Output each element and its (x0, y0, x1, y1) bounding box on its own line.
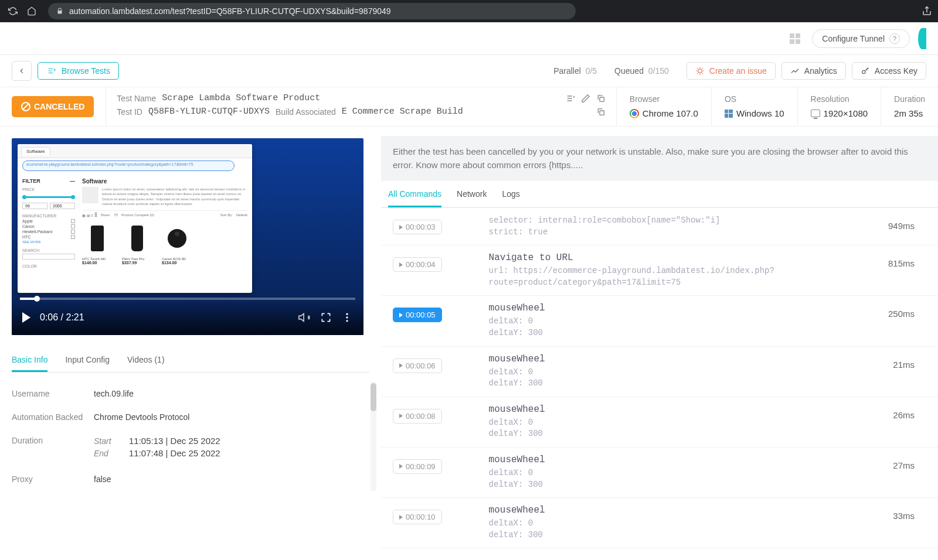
cancel-icon (21, 102, 30, 111)
play-button[interactable] (22, 312, 30, 323)
list-icon[interactable] (566, 94, 575, 103)
basic-info-panel: Usernametech.09.life Automation BackedCh… (12, 382, 369, 491)
test-id-label: Test ID (117, 107, 142, 117)
more-icon[interactable] (341, 312, 353, 323)
command-row[interactable]: 00:00:05mouseWheeldeltaX: 0 deltaY: 3002… (381, 296, 938, 346)
command-duration: 27ms (893, 455, 915, 470)
timestamp-pill[interactable]: 00:00:08 (393, 409, 442, 424)
env-browser: Browser Chrome 107.0 (617, 87, 712, 126)
address-bar[interactable]: automation.lambdatest.com/test?testID=Q5… (48, 3, 576, 19)
timestamp-pill[interactable]: 00:00:03 (393, 220, 442, 234)
fullscreen-icon[interactable] (320, 312, 332, 323)
command-details: selector: internal:role=combobox[name="S… (489, 215, 721, 238)
copy-icon[interactable] (596, 94, 606, 103)
command-details: deltaX: 0 deltaY: 300 (489, 367, 545, 390)
command-row[interactable]: 00:00:04Navigate to URLurl: https://ecom… (381, 245, 938, 296)
tab-videos[interactable]: Videos (1) (127, 349, 165, 372)
parallel-counter: Parallel 0/5 (553, 66, 597, 76)
configure-tunnel-label: Configure Tunnel (822, 34, 885, 43)
toolbar: Browse Tests Parallel 0/5 Queued 0/150 C… (0, 55, 938, 87)
command-row[interactable]: 00:00:08mouseWheeldeltaX: 0 deltaY: 3002… (381, 397, 938, 448)
command-row[interactable]: 00:00:09mouseWheeldeltaX: 0 deltaY: 3002… (381, 448, 938, 498)
tab-input-config[interactable]: Input Config (65, 349, 110, 372)
svg-point-0 (698, 69, 702, 73)
tab-all-commands[interactable]: All Commands (388, 189, 441, 207)
command-tabs: All Commands Network Logs (381, 181, 938, 208)
copy-icon[interactable] (596, 107, 606, 117)
svg-rect-2 (600, 97, 604, 101)
reload-icon[interactable] (6, 4, 20, 18)
timestamp-pill[interactable]: 00:00:09 (393, 459, 442, 474)
svg-point-1 (862, 70, 865, 73)
avatar[interactable] (918, 28, 926, 49)
test-name: Scrape Lambda Software Product (162, 93, 320, 103)
command-details: deltaX: 0 deltaY: 300 (489, 316, 545, 339)
command-details: url: https://ecommerce-playground.lambda… (489, 265, 888, 288)
command-row[interactable]: 00:00:10mouseWheeldeltaX: 0 deltaY: 3003… (381, 498, 938, 548)
timestamp-pill[interactable]: 00:00:05 (393, 308, 442, 322)
scrollbar[interactable] (371, 382, 376, 491)
tab-network[interactable]: Network (457, 189, 487, 207)
product-card: HTC Touch HD$146.00 (82, 221, 113, 265)
tab-basic-info[interactable]: Basic Info (12, 349, 47, 372)
command-duration: 250ms (888, 303, 915, 319)
command-title: mouseWheel (489, 455, 545, 465)
create-issue-button[interactable]: Create an issue (686, 62, 776, 80)
access-key-button[interactable]: Access Key (852, 62, 926, 80)
command-duration: 26ms (893, 404, 915, 420)
command-duration: 815ms (888, 252, 915, 268)
timestamp-pill[interactable]: 00:00:06 (393, 358, 442, 373)
command-details: deltaX: 0 deltaY: 300 (489, 417, 545, 440)
env-duration: Duration 2m 35s (881, 87, 938, 126)
command-title: mouseWheel (489, 354, 545, 364)
product-card: Palm Treo Pro$337.99 (122, 221, 152, 265)
command-duration: 21ms (893, 354, 915, 370)
browser-chrome: automation.lambdatest.com/test?testID=Q5… (0, 0, 938, 22)
command-row[interactable]: 00:00:06mouseWheeldeltaX: 0 deltaY: 3002… (381, 347, 938, 397)
url-text: automation.lambdatest.com/test?testID=Q5… (69, 6, 391, 16)
monitor-icon (811, 110, 820, 117)
windows-icon (725, 110, 733, 118)
lock-icon (56, 7, 63, 15)
build-name: E Commerce Scrape Build (342, 107, 463, 117)
command-title: Navigate to URL (489, 252, 888, 263)
video-time: 0:06 / 2:21 (40, 312, 84, 323)
alert-banner: Either the test has been cancelled by yo… (381, 136, 938, 181)
command-title: mouseWheel (489, 505, 545, 515)
chrome-icon (630, 109, 639, 118)
command-title: mouseWheel (489, 303, 545, 313)
status-badge: CANCELLED (12, 96, 94, 117)
browse-tests-button[interactable]: Browse Tests (38, 62, 119, 80)
command-details: deltaX: 0 deltaY: 300 (489, 518, 545, 541)
back-button[interactable] (12, 61, 32, 81)
browse-tests-label: Browse Tests (62, 66, 110, 76)
help-icon: ? (889, 33, 900, 44)
command-duration: 33ms (893, 505, 915, 521)
apps-icon[interactable] (790, 33, 800, 44)
timestamp-pill[interactable]: 00:00:10 (393, 510, 442, 524)
configure-tunnel-button[interactable]: Configure Tunnel ? (812, 29, 910, 48)
command-row[interactable]: 00:00:03selector: internal:role=combobox… (381, 208, 938, 245)
tab-logs[interactable]: Logs (502, 189, 519, 207)
lower-tabs: Basic Info Input Config Videos (1) (12, 349, 369, 373)
share-icon[interactable] (922, 6, 932, 16)
product-card: Canon EOS 5D$134.00 (162, 221, 192, 265)
edit-icon[interactable] (581, 94, 590, 103)
env-resolution: Resolution 1920×1080 (798, 87, 882, 126)
command-duration: 949ms (888, 215, 915, 231)
svg-point-4 (346, 313, 348, 315)
svg-rect-3 (600, 111, 604, 115)
queued-counter: Queued 0/150 (614, 66, 669, 76)
env-os: OS Windows 10 (712, 87, 798, 126)
command-details: deltaX: 0 deltaY: 300 (489, 467, 545, 490)
home-icon[interactable] (25, 4, 39, 18)
mute-icon[interactable] (298, 311, 311, 324)
svg-point-5 (346, 316, 348, 318)
timestamp-pill[interactable]: 00:00:04 (393, 257, 442, 272)
video-frame: Software ecommerce-playground.lambdatest… (18, 144, 252, 293)
video-player[interactable]: Software ecommerce-playground.lambdatest… (12, 138, 363, 335)
meta-row: CANCELLED Test Name Scrape Lambda Softwa… (0, 87, 938, 127)
analytics-button[interactable]: Analytics (781, 62, 846, 80)
test-name-label: Test Name (117, 94, 156, 103)
command-title: mouseWheel (489, 404, 545, 415)
